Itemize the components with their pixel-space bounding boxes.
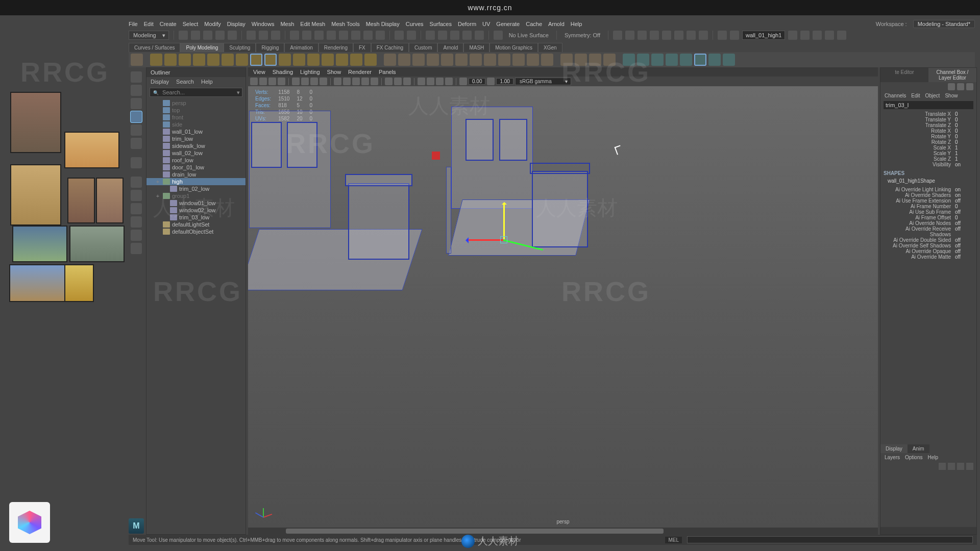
menu-edit[interactable]: Edit: [144, 21, 154, 27]
mesh-door[interactable]: [532, 171, 588, 247]
mesh-window[interactable]: [465, 119, 494, 161]
shelf-tab-rigging[interactable]: Rigging: [256, 43, 284, 52]
vp-xray-icon[interactable]: [394, 78, 402, 85]
poly-superellipse-icon[interactable]: [350, 54, 362, 66]
shelf-tab-motiongraphics[interactable]: Motion Graphics: [489, 43, 538, 52]
channel-attr-row[interactable]: Scale Y1: [883, 151, 974, 156]
shelf-tab-fx[interactable]: FX: [353, 43, 371, 52]
channel-attr-row[interactable]: Ai Override Light Linkingon: [883, 187, 974, 192]
poly-cube-icon[interactable]: [164, 54, 177, 66]
reference-thumb[interactable]: [10, 92, 61, 153]
select-tool-icon[interactable]: [131, 71, 142, 83]
layer-new-empty-icon[interactable]: [957, 463, 964, 470]
tab-display[interactable]: Display: [880, 444, 908, 453]
menu-edit-mesh[interactable]: Edit Mesh: [300, 21, 325, 27]
shelf-tab-mash[interactable]: MASH: [463, 43, 489, 52]
reference-thumb[interactable]: [12, 226, 67, 262]
last-tool-icon[interactable]: [131, 157, 142, 168]
lasso-icon[interactable]: [259, 31, 268, 40]
outliner-item[interactable]: defaultObjectSet: [146, 228, 246, 235]
outliner-item[interactable]: door_01_low: [146, 164, 246, 171]
menu-set-dropdown[interactable]: Modeling: [129, 31, 169, 40]
layers-menu-options[interactable]: Options: [905, 455, 922, 460]
scale-tool-icon[interactable]: [131, 138, 142, 149]
viewport-canvas[interactable]: Verts:115880Edges:1510120Faces:81850Tris…: [248, 86, 878, 528]
menu-display[interactable]: Display: [227, 21, 246, 27]
boolean-union-icon[interactable]: [427, 54, 439, 66]
highlight-icon[interactable]: [407, 31, 416, 40]
boolean-inter-icon[interactable]: [455, 54, 468, 66]
vp-bookmark-icon[interactable]: [268, 78, 276, 85]
channel-attr-row[interactable]: Rotate Y0: [883, 134, 974, 139]
manip-x-axis[interactable]: [468, 239, 503, 241]
mirror-icon[interactable]: [512, 54, 525, 66]
tab-channel-box[interactable]: Channel Box / Layer Editor: [928, 68, 976, 82]
connect-icon[interactable]: [589, 54, 601, 66]
workspace-dropdown[interactable]: Modeling - Standard*: [913, 20, 975, 28]
cb-scrollbar[interactable]: [880, 527, 976, 534]
layers-menu-help[interactable]: Help: [927, 455, 938, 460]
channel-attr-row[interactable]: Ai Frame Offset0: [883, 215, 974, 220]
outliner-item[interactable]: top: [146, 107, 246, 114]
right-panel-5-icon[interactable]: [837, 31, 846, 40]
sel-mask-4-icon[interactable]: [327, 31, 336, 40]
outliner-search-input[interactable]: Search...▾: [150, 88, 242, 97]
cb-icon-c[interactable]: [966, 83, 973, 90]
channel-attr-row[interactable]: Visibilityon: [883, 162, 974, 167]
vp-menu-panels[interactable]: Panels: [379, 69, 396, 75]
smooth-icon[interactable]: [412, 54, 425, 66]
poly-cylinder-icon[interactable]: [179, 54, 191, 66]
right-panel-1-icon[interactable]: [788, 31, 797, 40]
reference-thumb[interactable]: [64, 132, 119, 168]
outliner-item[interactable]: trim_03_low: [146, 214, 246, 221]
poly-prism-icon[interactable]: [279, 54, 291, 66]
poly-gear-icon[interactable]: [322, 54, 334, 66]
shelf-tab-curves[interactable]: Curves / Surfaces: [129, 43, 180, 52]
poly-sphere-icon[interactable]: [150, 54, 162, 66]
quad-draw-icon[interactable]: [623, 54, 635, 66]
poly-type-icon[interactable]: [364, 54, 377, 66]
sel-mask-3-icon[interactable]: [314, 31, 324, 40]
reference-thumb[interactable]: [9, 264, 65, 302]
save-scene-icon[interactable]: [203, 31, 212, 40]
menu-file[interactable]: File: [129, 21, 138, 27]
vp-exposure-field[interactable]: 0.00: [469, 78, 485, 85]
snap-curve-icon[interactable]: [438, 31, 447, 40]
mesh-door[interactable]: [348, 183, 409, 260]
outliner-item[interactable]: defaultLightSet: [146, 221, 246, 228]
rotate-tool-icon[interactable]: [131, 124, 142, 136]
timeline-scrollbar[interactable]: [248, 528, 878, 535]
mesh-window[interactable]: [251, 122, 282, 168]
channel-attr-row[interactable]: Ai Override Receive Shadowsoff: [883, 226, 974, 237]
outliner-item[interactable]: +group1: [146, 192, 246, 199]
menu-help[interactable]: Help: [571, 21, 582, 27]
sel-mask-5-icon[interactable]: [339, 31, 348, 40]
vp-ao-icon[interactable]: [418, 78, 425, 85]
menu-windows[interactable]: Windows: [252, 21, 275, 27]
render-icon[interactable]: [625, 31, 634, 40]
vp-xray-joints-icon[interactable]: [403, 78, 411, 85]
layout-two-icon[interactable]: [131, 203, 142, 214]
channel-attr-row[interactable]: Ai Override Opaqueoff: [883, 248, 974, 254]
shelf-tab-xgen[interactable]: XGen: [538, 43, 562, 52]
node-name-field[interactable]: trim_03_l: [884, 101, 973, 109]
script-language-toggle[interactable]: MEL: [665, 537, 682, 543]
reference-thumb[interactable]: [10, 164, 61, 226]
channel-attr-row[interactable]: Ai Frame Number0: [883, 204, 974, 209]
multicut-icon[interactable]: [560, 54, 573, 66]
menu-mesh-tools[interactable]: Mesh Tools: [331, 21, 359, 27]
reference-thumb[interactable]: [96, 178, 124, 223]
vp-aa-icon[interactable]: [436, 78, 444, 85]
layout-single-icon[interactable]: [131, 177, 142, 188]
lock-icon[interactable]: [395, 31, 404, 40]
light-editor-icon[interactable]: [687, 31, 696, 40]
poly-soccer-icon[interactable]: [336, 54, 348, 66]
channel-attr-row[interactable]: Rotate X0: [883, 128, 974, 134]
outliner-item[interactable]: wall_02_low: [146, 149, 246, 157]
layout-four-icon[interactable]: [131, 190, 142, 201]
layer-up-icon[interactable]: [939, 463, 946, 470]
outliner-item[interactable]: trim_02_low: [146, 185, 246, 192]
shelf-tab-custom[interactable]: Custom: [409, 43, 437, 52]
outliner-item[interactable]: window02_low: [146, 207, 246, 214]
outliner-item[interactable]: sidewalk_low: [146, 142, 246, 149]
